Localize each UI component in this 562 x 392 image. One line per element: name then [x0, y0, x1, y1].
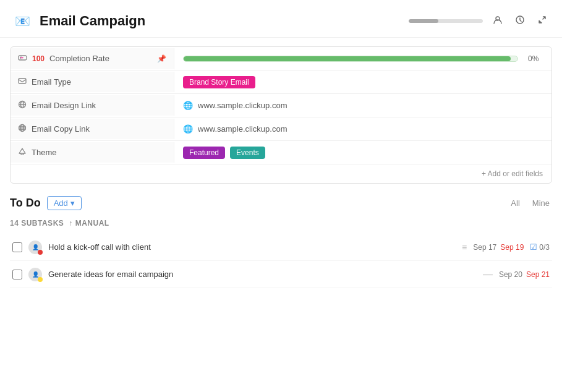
share-button[interactable]: [490, 12, 505, 30]
filter-mine-button[interactable]: Mine: [530, 197, 552, 209]
subtask-dates-1: Sep 17 Sep 19: [473, 243, 524, 252]
status-dot-red: [38, 250, 43, 255]
completion-rate-icon: [18, 53, 27, 64]
table-row: 👤 Hold a kick-off call with client ≡ Sep…: [10, 234, 552, 261]
design-link-icon: [18, 100, 27, 111]
field-value-theme[interactable]: Featured Events: [174, 142, 551, 164]
subtasks-header: 14 SUBTASKS ↑ Manual: [10, 219, 552, 228]
field-label-text-completion: Completion Rate: [49, 54, 109, 63]
completion-badge: 100: [32, 54, 45, 63]
design-link-globe-icon: 🌐: [183, 101, 193, 110]
page-header: 📧 Email Campaign: [0, 0, 562, 38]
priority-icon-1: ≡: [462, 242, 467, 252]
table-row: 👤 Generate ideas for email campaign — Se…: [10, 261, 552, 288]
field-value-design-link[interactable]: 🌐 www.sample.clickup.com: [174, 96, 551, 115]
start-date-2: Sep 20: [499, 270, 522, 279]
filter-all-button[interactable]: All: [508, 197, 522, 209]
progress-bar-wrap: [183, 56, 518, 62]
todo-section: To Do Add ▾ All Mine 14 SUBTASKS ↑ Manua…: [10, 196, 552, 288]
field-email-design-link: Email Design Link 🌐 www.sample.clickup.c…: [11, 94, 551, 117]
theme-icon: [18, 147, 27, 158]
field-value-completion[interactable]: 0%: [174, 49, 551, 68]
theme-tag-featured: Featured: [183, 147, 225, 159]
field-email-type: Email Type Brand Story Email: [11, 70, 551, 94]
subtasks-sort: ↑ Manual: [69, 219, 109, 228]
fields-section: 100 Completion Rate 📌 0% Email Type Bran…: [10, 46, 552, 184]
copy-link-globe-icon: 🌐: [183, 124, 193, 134]
field-value-copy-link[interactable]: 🌐 www.sample.clickup.com: [174, 119, 551, 138]
avatar: 👤: [28, 268, 42, 281]
subtasks-count: 14 SUBTASKS: [10, 219, 64, 228]
checklist-count-1: ☑ 0/3: [530, 242, 550, 252]
field-label-design-link: Email Design Link: [11, 95, 174, 116]
field-value-email-type[interactable]: Brand Story Email: [174, 71, 551, 93]
progress-label: 0%: [528, 54, 543, 63]
todo-title: To Do: [10, 197, 41, 210]
end-date-1: Sep 19: [500, 243, 524, 252]
subtask-name-2[interactable]: Generate ideas for email campaign: [48, 270, 477, 279]
avatar: 👤: [28, 241, 42, 254]
field-completion-rate: 100 Completion Rate 📌 0%: [11, 47, 551, 70]
header-progress: [409, 19, 483, 23]
check-icon-1: ☑: [530, 242, 537, 252]
status-dot-yellow: [38, 277, 43, 282]
subtask-checkbox-2[interactable]: [12, 270, 22, 279]
progress-bar-fill: [184, 56, 511, 61]
field-label-text-email-type: Email Type: [32, 77, 71, 87]
start-date-1: Sep 17: [473, 243, 496, 252]
field-label-text-copy-link: Email Copy Link: [32, 124, 90, 134]
field-email-copy-link: Email Copy Link 🌐 www.sample.clickup.com: [11, 117, 551, 141]
field-label-completion-rate: 100 Completion Rate 📌: [11, 48, 174, 69]
subtask-dates-2: Sep 20 Sep 21: [499, 270, 550, 279]
add-button[interactable]: Add ▾: [47, 196, 82, 210]
field-label-copy-link: Email Copy Link: [11, 119, 174, 139]
subtask-checkbox-1[interactable]: [12, 242, 22, 252]
add-chevron-icon: ▾: [70, 198, 75, 208]
history-button[interactable]: [513, 12, 527, 30]
page-title: Email Campaign: [40, 13, 145, 29]
field-label-email-type: Email Type: [11, 72, 174, 92]
copy-link-icon: [18, 124, 27, 134]
field-label-theme: Theme: [11, 142, 174, 163]
subtask-name-1[interactable]: Hold a kick-off call with client: [48, 242, 456, 252]
design-link-anchor[interactable]: www.sample.clickup.com: [198, 101, 287, 110]
email-type-badge: Brand Story Email: [183, 76, 255, 88]
header-actions: [409, 12, 550, 30]
todo-header: To Do Add ▾ All Mine: [10, 196, 552, 210]
field-label-text-theme: Theme: [32, 148, 56, 157]
svg-rect-3: [19, 79, 26, 83]
copy-link-anchor[interactable]: www.sample.clickup.com: [198, 124, 287, 134]
field-theme: Theme Featured Events: [11, 141, 551, 164]
add-edit-fields[interactable]: + Add or edit fields: [11, 164, 551, 183]
pin-icon: 📌: [157, 54, 166, 63]
todo-filter: All Mine: [508, 197, 552, 209]
page-icon: 📧: [12, 11, 32, 31]
field-label-text-design-link: Email Design Link: [32, 101, 96, 110]
priority-icon-2: —: [483, 269, 493, 280]
end-date-2: Sep 21: [526, 270, 550, 279]
email-type-icon: [18, 77, 27, 87]
theme-tag-events: Events: [230, 147, 265, 159]
expand-button[interactable]: [535, 12, 550, 30]
